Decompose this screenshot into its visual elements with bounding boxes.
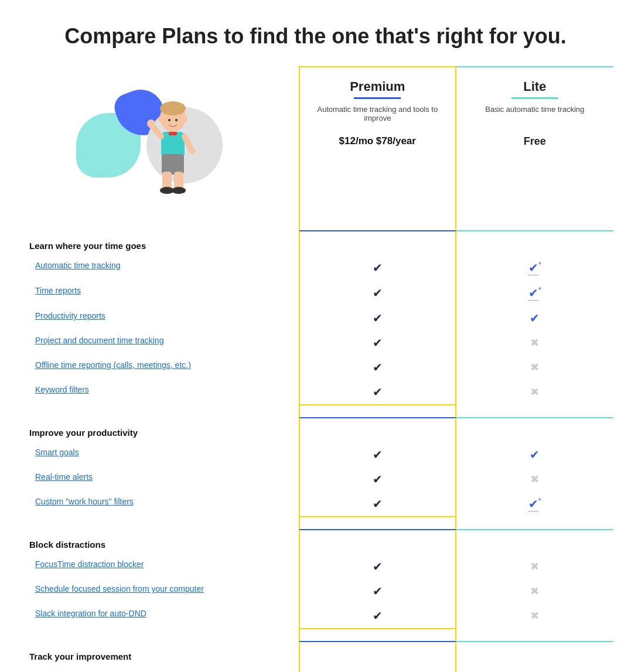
premium-price: $12/mo $78/year <box>306 135 449 147</box>
feature-name[interactable]: Smart goals <box>18 442 299 467</box>
section-label: Block distractions <box>18 529 299 554</box>
section-gap-premium <box>299 629 456 641</box>
section-divider-lite <box>456 529 614 554</box>
person-illustration <box>146 101 199 207</box>
check-dark-icon: ✔ <box>299 330 456 355</box>
lite-underline <box>511 97 558 99</box>
check-blue-icon: ✔ <box>456 306 614 330</box>
check-dark-icon: ✔ <box>299 467 456 492</box>
section-gap-premium <box>299 517 456 529</box>
feature-name[interactable]: Productivity reports <box>18 306 299 330</box>
check-dark-icon: ✔ <box>299 281 456 306</box>
svg-line-12 <box>185 137 192 151</box>
hero-illustration <box>70 78 246 207</box>
section-gap-lite <box>456 405 614 417</box>
check-blue-asterisk-icon: ✔* <box>456 281 614 306</box>
section-gap-left <box>18 405 299 410</box>
feature-name[interactable]: Automatic time tracking <box>18 255 299 281</box>
svg-rect-5 <box>169 132 177 135</box>
section-divider-premium <box>299 230 456 255</box>
section-gap-premium <box>299 219 456 230</box>
svg-rect-6 <box>162 154 184 175</box>
feature-name[interactable]: Time reports <box>18 281 299 306</box>
section-divider-premium <box>299 417 456 442</box>
check-dark-icon: ✔ <box>299 554 456 579</box>
section-divider-premium <box>299 529 456 554</box>
cross-icon: ✖ <box>456 666 614 672</box>
cross-icon: ✖ <box>456 330 614 355</box>
feature-name[interactable]: Project and document time tracking <box>18 330 299 355</box>
check-dark-icon: ✔ <box>299 355 456 380</box>
check-blue-asterisk-icon: ✔* <box>456 255 614 281</box>
section-gap-left <box>18 517 299 522</box>
svg-point-14 <box>168 119 170 121</box>
svg-rect-7 <box>162 172 172 189</box>
lite-desc: Basic automatic time tracking <box>462 105 608 128</box>
section-gap-lite <box>456 629 614 641</box>
section-divider-premium <box>299 641 456 666</box>
feature-name[interactable]: Slack integration for auto-DND <box>18 603 299 629</box>
feature-name[interactable]: Real-time alerts <box>18 467 299 492</box>
feature-name[interactable]: Offline time reporting (calls, meetings,… <box>18 355 299 380</box>
cross-icon: ✖ <box>456 579 614 603</box>
section-gap-left <box>18 629 299 634</box>
lite-plan-name: Lite <box>462 79 608 94</box>
feature-name[interactable]: Custom "work hours" filters <box>18 492 299 517</box>
section-divider-lite <box>456 417 614 442</box>
svg-point-1 <box>160 101 186 115</box>
section-gap-premium <box>299 405 456 417</box>
check-dark-icon: ✔ <box>299 492 456 517</box>
lite-price: Free <box>462 135 608 148</box>
svg-point-3 <box>183 116 187 122</box>
section-divider-lite <box>456 641 614 666</box>
section-gap-lite <box>456 517 614 529</box>
premium-header: Premium Automatic time tracking and tool… <box>299 66 456 219</box>
premium-underline <box>354 97 401 99</box>
cross-icon: ✖ <box>456 467 614 492</box>
section-divider-lite <box>456 230 614 255</box>
feature-name[interactable]: Schedule focused session from your compu… <box>18 579 299 603</box>
hero-area <box>18 66 299 219</box>
svg-point-13 <box>147 120 155 128</box>
premium-plan-name: Premium <box>306 79 449 94</box>
svg-point-10 <box>172 187 186 194</box>
check-blue-icon: ✔ <box>456 442 614 467</box>
check-dark-icon: ✔ <box>299 666 456 672</box>
svg-point-15 <box>175 119 178 121</box>
feature-name[interactable]: FocusTime distraction blocker <box>18 554 299 579</box>
cross-icon: ✖ <box>456 603 614 629</box>
section-gap-lite <box>456 219 614 230</box>
feature-name[interactable]: Keyword filters <box>18 380 299 405</box>
feature-name[interactable]: Daily highlights <box>18 666 299 672</box>
cross-icon: ✖ <box>456 554 614 579</box>
cross-icon: ✖ <box>456 355 614 380</box>
section-label: Improve your productivity <box>18 417 299 442</box>
section-label: Learn where your time goes <box>18 230 299 255</box>
comparison-table: Premium Automatic time tracking and tool… <box>18 66 613 672</box>
svg-rect-8 <box>174 172 183 189</box>
check-dark-icon: ✔ <box>299 442 456 467</box>
svg-point-2 <box>158 116 163 122</box>
check-dark-icon: ✔ <box>299 579 456 603</box>
check-dark-icon: ✔ <box>299 603 456 629</box>
check-dark-icon: ✔ <box>299 306 456 330</box>
premium-desc: Automatic time tracking and tools to imp… <box>306 105 449 128</box>
section-label: Track your improvement <box>18 641 299 666</box>
check-blue-asterisk-icon: ✔* <box>456 492 614 517</box>
check-dark-icon: ✔ <box>299 255 456 281</box>
page-title: Compare Plans to find the one that's rig… <box>18 23 613 49</box>
cross-icon: ✖ <box>456 380 614 405</box>
section-gap-left <box>18 219 299 223</box>
check-dark-icon: ✔ <box>299 380 456 405</box>
lite-header: Lite Basic automatic time tracking Free <box>456 66 614 219</box>
